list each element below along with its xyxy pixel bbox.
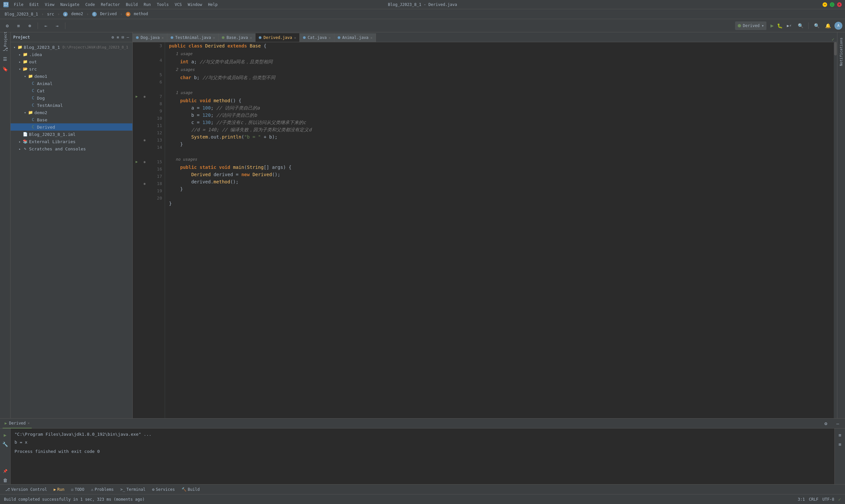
nav-class[interactable]: C Derived [90, 11, 119, 17]
console-fold-icon[interactable]: ≡ [836, 431, 844, 439]
cursor-position[interactable]: 3:1 [798, 497, 805, 502]
nav-project[interactable]: Blog_J2023_8_1 [3, 11, 40, 17]
vertical-scrollbar[interactable] [834, 42, 837, 418]
minimize-button[interactable]: − [823, 2, 827, 7]
run-tab-close[interactable]: ✕ [28, 421, 30, 425]
services-button[interactable]: ⚙ Services [149, 487, 178, 492]
todo-button[interactable]: ☑ TODO [68, 487, 87, 492]
tree-root[interactable]: ▾ 📁 Blog_J2023_8_1 D:\Project\JAVA\Blog_… [11, 43, 133, 51]
bookmarks-icon[interactable]: 🔖 [1, 65, 10, 73]
expand-icon[interactable]: — [126, 34, 130, 40]
tree-cat[interactable]: C Cat [11, 87, 133, 94]
tree-demo1[interactable]: ▾ 📁 demo1 [11, 73, 133, 80]
dog-tab-close[interactable]: ✕ [162, 36, 164, 40]
tree-scratches[interactable]: ▸ ✎ Scratches and Consoles [11, 145, 133, 152]
tab-dog[interactable]: Dog.java ✕ [133, 33, 168, 42]
menu-help[interactable]: Help [205, 2, 220, 7]
menu-vcs[interactable]: VCS [172, 2, 184, 7]
structure-icon[interactable]: ☰ [1, 55, 10, 63]
charset[interactable]: UTF-8 [822, 497, 834, 502]
menu-edit[interactable]: Edit [27, 2, 41, 7]
tree-demo2[interactable]: ▾ 📁 demo2 [11, 109, 133, 116]
wrench-icon[interactable]: 🔧 [1, 440, 9, 448]
forward-button[interactable]: → [52, 21, 62, 30]
nav-method[interactable]: m method [124, 11, 150, 17]
code-content[interactable]: public class Derived extends Base { 1 us… [165, 42, 834, 418]
maximize-button[interactable]: □ [830, 2, 834, 7]
tab-derived[interactable]: Derived.java ✕ [256, 33, 300, 42]
gear-icon[interactable]: ⚙ [111, 34, 115, 40]
derived-tab-close[interactable]: ✕ [294, 36, 296, 40]
tree-test-animal[interactable]: C TestAnimal [11, 102, 133, 109]
tree-animal[interactable]: C Animal [11, 80, 133, 87]
run-tool-button[interactable]: ▶ Run [51, 487, 67, 492]
sort-icon[interactable]: ≡ [116, 34, 120, 40]
run-settings-button[interactable]: ⚙ [821, 419, 830, 428]
gutter-12 [133, 129, 141, 137]
test-animal-tab-close[interactable]: ✕ [213, 36, 215, 40]
breakpoint-gutter: ◉ ◉ ◉ ◉ [141, 42, 148, 418]
run-minimize-button[interactable]: — [833, 419, 842, 428]
notifications-sidebar[interactable]: Notifications [839, 35, 844, 69]
line-separator[interactable]: CRLF [809, 497, 818, 502]
console-unfold-icon[interactable]: ≡ [836, 440, 844, 448]
tree-dog[interactable]: C Dog [11, 94, 133, 102]
coverage-button[interactable]: ▶⚡ [785, 21, 794, 30]
clear-console-icon[interactable]: 🗑 [1, 476, 9, 484]
tree-out[interactable]: ▸ 📁 out [11, 58, 133, 65]
tree-ext-libs[interactable]: ▸ 📚 External Libraries [11, 138, 133, 145]
bp-14 [141, 144, 148, 151]
window-title: Blog_J2023_8_1 - Derived.java [388, 2, 457, 7]
tab-test-animal[interactable]: TestAnimal.java ✕ [168, 33, 218, 42]
restart-button[interactable]: ▶ [1, 431, 9, 439]
settings-button[interactable]: ⚙ [3, 21, 12, 30]
tree-derived[interactable]: C Derived [11, 123, 133, 131]
profiler-button[interactable]: 🔍 [796, 21, 805, 30]
search-everywhere-button[interactable]: 🔍 [812, 21, 821, 30]
gutter-7[interactable]: ▶ [133, 93, 141, 100]
collapse-icon[interactable]: ⊟ [121, 34, 125, 40]
run-config-selector[interactable]: Derived ▾ [735, 21, 767, 30]
nav-package[interactable]: p demo2 [61, 11, 85, 17]
tree-src[interactable]: ▾ 📂 src [11, 65, 133, 73]
menu-refactor[interactable]: Refactor [98, 2, 122, 7]
menu-file[interactable]: File [11, 2, 26, 7]
gutter-16 [133, 166, 141, 173]
avatar-button[interactable]: A [834, 22, 842, 30]
project-panel-toggle[interactable]: Project [1, 35, 10, 43]
debug-button[interactable]: 🐛 [777, 23, 782, 29]
menu-run[interactable]: Run [141, 2, 154, 7]
tab-cat[interactable]: Cat.java ✕ [300, 33, 334, 42]
run-tab[interactable]: ▶ Derived ✕ [3, 418, 32, 429]
scroll-lock-icon[interactable]: 📌 [1, 467, 9, 475]
base-tab-close[interactable]: ✕ [250, 36, 252, 40]
structure-button[interactable]: ≡ [14, 21, 23, 30]
tab-animal[interactable]: Animal.java ✕ [334, 33, 376, 42]
version-control-button[interactable]: ⎇ Version Control [3, 487, 50, 492]
cat-tab-close[interactable]: ✕ [329, 36, 331, 40]
tab-base[interactable]: Base.java ✕ [218, 33, 256, 42]
notifications-button[interactable]: 🔔 [823, 21, 832, 30]
gutter-10 [133, 115, 141, 122]
status-bar: Build completed successfully in 1 sec, 3… [0, 494, 845, 504]
menu-build[interactable]: Build [123, 2, 140, 7]
menu-navigate[interactable]: Navigate [58, 2, 82, 7]
gutter-15[interactable]: ▶ [133, 158, 141, 166]
scroll-center-button[interactable]: ⊕ [25, 21, 34, 30]
build-button[interactable]: 🔨 Build [179, 487, 203, 492]
tree-iml[interactable]: 📄 Blog_J2023_8_1.iml [11, 131, 133, 138]
code-editor[interactable]: ▶ ▶ [133, 42, 837, 418]
close-button[interactable]: × [837, 2, 842, 7]
terminal-button[interactable]: >_ Terminal [118, 487, 148, 492]
tree-base[interactable]: C Base [11, 116, 133, 123]
back-button[interactable]: ← [41, 21, 51, 30]
menu-code[interactable]: Code [83, 2, 98, 7]
menu-view[interactable]: View [42, 2, 57, 7]
problems-button[interactable]: ⚠ Problems [88, 487, 116, 492]
nav-src[interactable]: src [45, 11, 56, 17]
tree-idea[interactable]: ▸ 📁 .idea [11, 51, 133, 58]
menu-tools[interactable]: Tools [154, 2, 171, 7]
menu-window[interactable]: Window [185, 2, 205, 7]
run-button[interactable]: ▶ [770, 22, 774, 29]
animal-tab-close[interactable]: ✕ [370, 36, 372, 40]
